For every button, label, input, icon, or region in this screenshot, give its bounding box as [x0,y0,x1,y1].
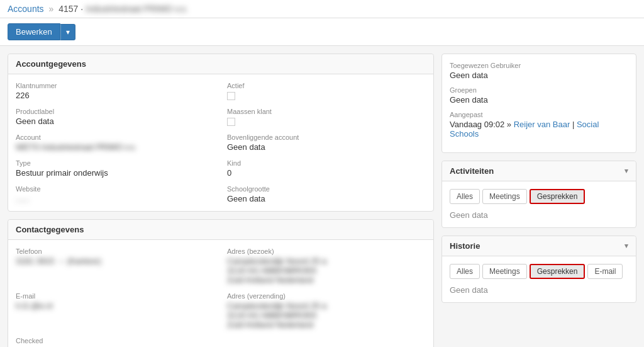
activiteiten-chevron-icon: ▾ [625,167,628,175]
groepen-label: Groepen [450,86,628,94]
email-value: h.G.@e.nl [16,301,214,310]
productlabel-value: Geen data [16,117,214,126]
adres-verzending-value: Camplenderdijk Noord 25 a 3116 AG ABBENB… [227,301,426,329]
klantnummer-field: Klantnummer 226 [16,82,214,100]
historie-chevron-icon: ▾ [625,242,628,250]
breadcrumb: Accounts » 4157 · Industriestraat PRIMO … [8,4,187,14]
bovenliggende-account-field: Bovenliggende account Geen data [227,134,426,152]
contactgegevens-header: Contactgegevens [8,220,433,240]
aangepast-time: Vandaag 09:02 [450,120,504,129]
actief-checkbox [227,91,426,100]
content-wrapper: Accountgegevens Klantnummer 226 Actief [0,46,644,347]
adres-verzending-field: Adres (verzending) Camplenderdijk Noord … [227,292,426,329]
kind-field: Kind 0 [227,159,426,178]
productlabel-field: Productlabel Geen data [16,108,214,126]
activiteiten-body: Alles Meetings Gesprekken Geen data [442,181,636,227]
historie-no-data: Geen data [450,285,628,295]
toegewezen-panel: Toegewezen Gebruiker Geen data Groepen G… [441,54,636,153]
type-value: Bestuur primair onderwijs [16,168,214,178]
maassen-klant-label: Maassen klant [227,108,426,115]
historie-tab-alles[interactable]: Alles [450,264,480,279]
website-label: Website [16,185,214,193]
adres-verzending-line1: Camplenderdijk Noord 25 a [227,301,426,310]
toegewezen-gebruiker-label: Toegewezen Gebruiker [450,62,628,69]
aangepast-bar: | [572,120,577,129]
activiteiten-tab-alles[interactable]: Alles [450,189,480,204]
adres-verzending-line2: 3116 AG ABBENBROEK [227,310,426,320]
type-field: Type Bestuur primair onderwijs [16,159,214,178]
website-value: ...... [16,194,214,203]
adres-bezoek-label: Adres (bezoek) [227,247,426,255]
activiteiten-tab-gesprekken[interactable]: Gesprekken [530,189,586,204]
contactgegevens-section: Contactgegevens Telefoon 3181 3915 → (Ka… [8,219,434,347]
actief-checkbox-box [227,92,235,100]
historie-panel: Historie ▾ Alles Meetings Gesprekken E-m… [441,236,636,303]
adres-verzending-line3: Zuid-Holland Nederland [227,320,426,329]
contactgegevens-body: Telefoon 3181 3915 → (Kantoor) Adres (be… [8,240,433,347]
historie-tab-gesprekken[interactable]: Gesprekken [530,264,586,279]
maassen-klant-checkbox [227,117,426,126]
main-content: Accountgegevens Klantnummer 226 Actief [8,54,434,347]
adres-bezoek-line1: Camplenderdijk Noord 25 a [227,256,426,266]
breadcrumb-separator2: · [80,4,86,14]
activiteiten-panel: Activiteiten ▾ Alles Meetings Gesprekken… [441,161,636,228]
account-value: WETS Industriestraat PRIMO v.v. [16,142,214,152]
bovenliggende-account-label: Bovenliggende account [227,134,426,141]
klantnummer-value: 226 [16,91,214,100]
kind-label: Kind [227,159,426,167]
accountgegevens-body: Klantnummer 226 Actief Productlabel Geen… [8,74,433,211]
toegewezen-body: Toegewezen Gebruiker Geen data Groepen G… [442,54,636,152]
breadcrumb-accounts-link[interactable]: Accounts [8,4,44,14]
adres-bezoek-value: Camplenderdijk Noord 25 a 3116 AG ABBENB… [227,256,426,285]
dropdown-button[interactable]: ▾ [60,24,75,40]
historie-tabs: Alles Meetings Gesprekken E-mail [450,264,628,279]
historie-title: Historie [450,241,480,251]
telefoon-value: 3181 3915 → (Kantoor) [16,256,214,266]
bewerken-button[interactable]: Bewerken [8,23,60,40]
historie-tab-email[interactable]: E-mail [587,264,623,279]
activiteiten-header: Activiteiten ▾ [442,161,636,181]
actief-field: Actief [227,82,426,100]
maassen-klant-field: Maassen klant [227,108,426,126]
kind-value: 0 [227,168,426,178]
aangepast-value: Vandaag 09:02 » Reijer van Baar | Social… [450,120,628,139]
email-label: E-mail [16,292,214,300]
breadcrumb-account-name: Industriestraat PRIMO v.v. [86,4,187,14]
telefoon-label: Telefoon [16,247,214,255]
type-label: Type [16,159,214,167]
breadcrumb-separator: » [48,4,56,14]
adres-verzending-label: Adres (verzending) [227,292,426,300]
breadcrumb-bar: Accounts » 4157 · Industriestraat PRIMO … [0,0,644,18]
adres-bezoek-line3: Zuid-Holland Nederland [227,275,426,285]
groepen-value: Geen data [450,95,628,105]
email-field: E-mail h.G.@e.nl [16,292,214,329]
klantnummer-label: Klantnummer [16,82,214,89]
aangepast-user-link[interactable]: Reijer van Baar [514,120,570,129]
bovenliggende-account-value: Geen data [227,142,426,152]
contactgegevens-title: Contactgegevens [16,225,84,234]
schoolgrootte-field: Schoolgrootte Geen data [227,185,426,203]
productlabel-label: Productlabel [16,108,214,115]
schoolgrootte-value: Geen data [227,194,426,203]
activiteiten-title: Activiteiten [450,166,494,176]
checked-label: Checked [16,337,214,344]
accountgegevens-header: Accountgegevens [8,54,433,74]
schoolgrootte-label: Schoolgrootte [227,185,426,193]
website-field: Website ...... [16,185,214,203]
activiteiten-tab-meetings[interactable]: Meetings [482,189,527,204]
breadcrumb-account-id: 4157 [58,4,78,14]
checked-field: Checked [16,337,214,347]
account-label: Account [16,134,214,141]
accountgegevens-title: Accountgegevens [16,59,86,69]
accountgegevens-grid: Klantnummer 226 Actief Productlabel Geen… [16,82,426,203]
historie-header: Historie ▾ [442,236,636,256]
contactgegevens-grid: Telefoon 3181 3915 → (Kantoor) Adres (be… [16,247,426,347]
dropdown-icon: ▾ [66,28,70,37]
sidebar: Toegewezen Gebruiker Geen data Groepen G… [441,54,636,347]
historie-tab-meetings[interactable]: Meetings [482,264,527,279]
toegewezen-gebruiker-value: Geen data [450,71,628,80]
account-field: Account WETS Industriestraat PRIMO v.v. [16,134,214,152]
adres-bezoek-field: Adres (bezoek) Camplenderdijk Noord 25 a… [227,247,426,285]
telefoon-field: Telefoon 3181 3915 → (Kantoor) [16,247,214,285]
aangepast-label: Aangepast [450,111,628,118]
